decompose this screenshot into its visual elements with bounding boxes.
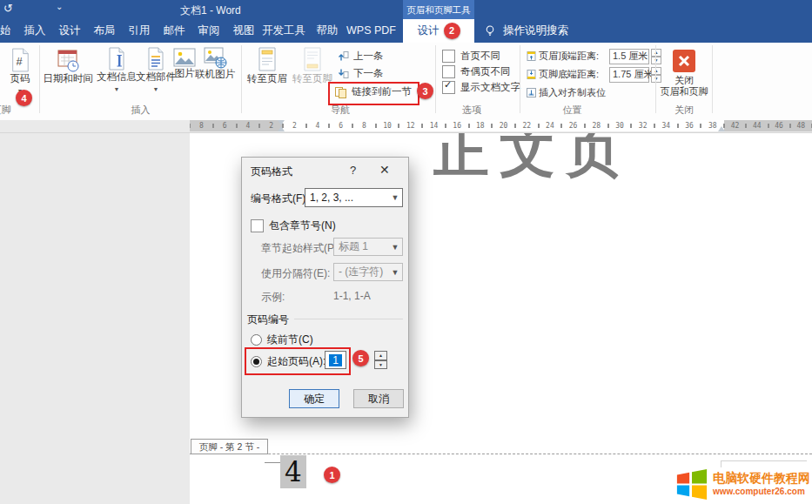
insert-alignment-tab-button[interactable]: 插入对齐制表位 [526, 84, 606, 101]
tab-review[interactable]: 审阅 [191, 19, 226, 43]
tab-help[interactable]: 帮助 [310, 19, 345, 43]
ruler-number: 22 [515, 120, 539, 131]
number-format-select[interactable]: 1, 2, 3, ... ▼ [305, 188, 403, 207]
show-document-text-checkbox[interactable]: ✓ 显示文档文字 [442, 81, 520, 94]
tab-insert[interactable]: 插入 [17, 19, 52, 43]
group-divider [712, 45, 713, 113]
group-divider [655, 45, 656, 113]
ruler-number: 4 [306, 120, 330, 131]
document-info-icon [107, 47, 126, 71]
close-label-line1: 关闭 [674, 75, 694, 86]
close-header-footer-button[interactable]: 关闭 页眉和页脚 [657, 50, 711, 97]
different-odd-even-checkbox[interactable]: 奇偶页不同 [442, 65, 511, 78]
tab-home[interactable]: 开始 [0, 19, 12, 43]
page-number-button[interactable]: # 页码 ▼ [2, 47, 38, 97]
quick-access-caret-icon[interactable]: ⌄ [56, 2, 63, 11]
quick-parts-label: 文档部件 [136, 71, 176, 83]
checkbox-unchecked-icon [442, 50, 455, 63]
ok-button[interactable]: 确定 [289, 389, 339, 408]
different-first-page-checkbox[interactable]: 首页不同 [442, 50, 500, 63]
document-info-button[interactable]: 文档信息 ▼ [97, 47, 137, 95]
ruler-number: 10 [376, 120, 399, 131]
page-number-icon: # [10, 47, 30, 73]
quick-parts-button[interactable]: 文档部件 ▼ [136, 47, 176, 95]
separator-value: - (连字符) [339, 265, 383, 279]
tab-wps-pdf[interactable]: WPS PDF [346, 19, 395, 43]
next-button[interactable]: 下一条 [338, 66, 384, 81]
ruler-number: 14 [422, 120, 446, 131]
ruler-number: 42 [724, 120, 746, 131]
first-line-indent-marker[interactable] [278, 120, 285, 125]
continue-from-previous-radio[interactable]: 续前节(C) [251, 333, 313, 347]
online-pictures-button[interactable]: 联机图片 [192, 47, 238, 80]
goto-header-button[interactable]: 转至页眉 [245, 47, 289, 84]
tab-layout[interactable]: 布局 [87, 19, 122, 43]
tab-label: 设计 [418, 19, 440, 43]
checkbox-checked-icon: ✓ [442, 81, 455, 94]
body-text: 正文页 [433, 133, 632, 190]
ruler-number: 2 [283, 120, 306, 131]
chapter-start-style-label: 章节起始样式(P) [261, 241, 338, 256]
include-chapter-checkbox[interactable]: 包含章节号(N) [251, 218, 336, 233]
chevron-down-icon: ▼ [388, 268, 402, 277]
tab-references[interactable]: 引用 [122, 19, 157, 43]
ruler-number: 44 [746, 120, 768, 131]
start-page-number-input[interactable]: 1 [325, 351, 346, 369]
ruler-number: 30 [608, 120, 632, 131]
footer-from-bottom-input[interactable]: 1.75 厘米 [609, 67, 649, 83]
spin-up-icon[interactable]: ▲ [374, 351, 387, 360]
ruler-number: 4 [237, 120, 260, 131]
radio-unselected-icon [251, 334, 262, 346]
quick-parts-icon [146, 47, 165, 71]
title-bar: ↺ ⌄ 文档1 - Word 页眉和页脚工具 [0, 0, 812, 19]
tell-me-search[interactable]: 操作说明搜索 [484, 19, 568, 43]
start-at-label: 起始页码(A): [267, 354, 325, 369]
online-pictures-label: 联机图片 [195, 69, 235, 80]
dialog-close-icon[interactable]: ✕ [379, 163, 390, 177]
show-document-text-label: 显示文档文字 [460, 81, 520, 94]
separator-label: 使用分隔符(E): [261, 266, 330, 281]
search-label: 操作说明搜索 [503, 24, 568, 38]
date-time-button[interactable]: 日期和时间 [40, 47, 96, 84]
windows-flag-logo-icon [675, 468, 708, 501]
insert-alignment-tab-label: 插入对齐制表位 [539, 86, 606, 99]
checkbox-unchecked-icon [251, 219, 264, 232]
group-label-header-footer: 页眉和页脚 [0, 104, 12, 117]
group-divider [520, 45, 520, 113]
step-5-badge: 5 [352, 350, 369, 366]
chevron-down-icon: ▼ [388, 243, 402, 252]
footer-page-number[interactable]: 4 [280, 455, 306, 488]
spin-down-icon[interactable]: ▼ [374, 360, 387, 370]
watermark-site-name: 电脑软硬件教程网 [713, 472, 810, 485]
hanging-indent-marker[interactable] [278, 126, 285, 131]
tab-mailings[interactable]: 邮件 [157, 19, 191, 43]
tab-view[interactable]: 视图 [226, 19, 261, 43]
ruler-number: 48 [790, 120, 812, 131]
page-number-format-dialog: 页码格式 ? ✕ 编号格式(F): 1, 2, 3, ... ▼ 包含章节号(N… [241, 157, 409, 418]
previous-button[interactable]: 上一条 [338, 49, 384, 64]
tab-developer[interactable]: 开发工具 [259, 19, 308, 43]
dialog-help-icon[interactable]: ? [350, 164, 356, 177]
group-label-insert: 插入 [40, 104, 241, 117]
ribbon-tab-row: 开始 插入 设计 布局 引用 邮件 审阅 视图 开发工具 帮助 WPS PDF … [0, 19, 812, 43]
start-page-number-stepper[interactable]: ▲ ▼ [374, 351, 387, 369]
cancel-button[interactable]: 取消 [353, 389, 404, 408]
goto-header-icon [256, 47, 278, 73]
footer-from-bottom-row: 页脚底端距离: 1.75 厘米 ▲▼ [526, 66, 661, 83]
window-title: 文档1 - Word [180, 3, 241, 18]
horizontal-ruler[interactable]: 8642 2468101214161820222426283032343638 … [0, 120, 812, 133]
goto-header-label: 转至页眉 [247, 73, 287, 84]
number-format-value: 1, 2, 3, ... [310, 192, 353, 204]
start-at-radio[interactable]: 起始页码(A): [251, 354, 325, 369]
tab-design[interactable]: 设计 [52, 19, 87, 43]
tab-header-footer-design[interactable]: 设计 2 [403, 19, 474, 43]
svg-text:#: # [16, 55, 23, 68]
goto-footer-icon [301, 47, 324, 73]
group-label-position: 位置 [522, 104, 622, 117]
undo-icon[interactable]: ↺ [3, 2, 13, 15]
link-to-previous-button[interactable]: 链接到前一节 [334, 84, 412, 99]
number-format-label: 编号格式(F): [251, 192, 309, 206]
header-from-top-input[interactable]: 1.5 厘米 [609, 49, 649, 64]
ruler-right-margin: 42444648 [724, 120, 812, 131]
right-indent-marker[interactable] [718, 126, 725, 131]
